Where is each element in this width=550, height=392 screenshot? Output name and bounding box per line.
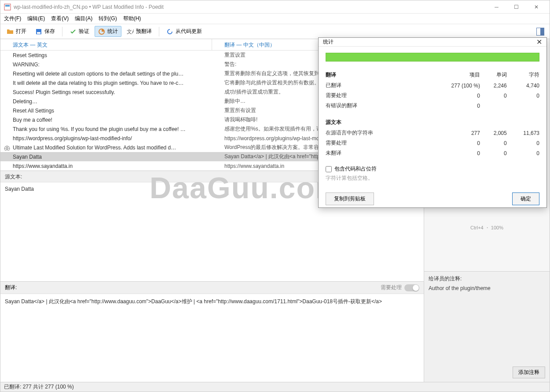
toolbar: 打开 保存 验证 统计 文A 预翻译 从代码更新	[0, 24, 550, 39]
menu-goto[interactable]: 转到(G)	[99, 15, 117, 22]
toolbar-separator	[62, 27, 62, 36]
menu-entry[interactable]: 编目(A)	[75, 15, 92, 22]
minimize-button[interactable]: ─	[487, 1, 506, 13]
source-header[interactable]: 源文本 — 英文	[0, 39, 212, 50]
stats-table: 翻译 项目 单词 字符 已翻译277 (100 %)2,2464,740 需要处…	[326, 69, 539, 158]
open-label: 打开	[16, 28, 26, 35]
menubar: 文件(F) 编辑(E) 查看(V) 编目(A) 转到(G) 帮助(H)	[0, 14, 550, 24]
menu-view[interactable]: 查看(V)	[51, 15, 69, 22]
maximize-button[interactable]: ☐	[506, 1, 526, 13]
include-code-label: 包含代码和占位符	[334, 165, 377, 173]
pretranslate-label: 预翻译	[136, 28, 152, 35]
translate-icon: 文A	[127, 28, 134, 35]
window-title: wp-last-modified-info-zh_CN.po • WP Last…	[14, 4, 164, 10]
save-label: 保存	[44, 28, 55, 35]
include-code-checkbox-row: 包含代码和占位符	[326, 165, 539, 173]
section-translation: 翻译	[326, 69, 422, 80]
update-from-code-button[interactable]: 从代码更新	[163, 26, 205, 37]
progress-bar	[326, 53, 539, 62]
stats-label: 统计	[107, 28, 118, 35]
zoom-hint: Ctrl+4 ・ 100%	[424, 215, 550, 235]
needs-work-toggle-wrap: 需要处理	[381, 284, 419, 291]
save-icon	[35, 28, 42, 35]
translation-textarea[interactable]: Sayan Datta</a> | 此汉化由<a href="http://ww…	[0, 294, 424, 382]
col-items: 项目	[422, 69, 480, 80]
sidebar-toggle-icon[interactable]	[536, 28, 544, 36]
menu-edit[interactable]: 编辑(E)	[27, 15, 45, 22]
menu-help[interactable]: 帮助(H)	[123, 15, 141, 22]
statistics-dialog: 统计 ✕ 翻译 项目 单词 字符 已翻译277 (100 %)2,2464,74…	[318, 37, 547, 208]
close-button[interactable]: ✕	[526, 1, 546, 13]
dialog-footer: 复制到剪贴板 确定	[319, 188, 546, 210]
verify-button[interactable]: 验证	[66, 26, 93, 37]
window-controls: ─ ☐ ✕	[487, 1, 546, 13]
refresh-code-icon	[166, 28, 173, 35]
translation-label-bar: 翻译: 需要处理	[0, 282, 424, 294]
needs-work-toggle[interactable]	[404, 284, 419, 291]
dialog-titlebar: 统计 ✕	[319, 38, 546, 47]
copy-clipboard-button[interactable]: 复制到剪贴板	[326, 192, 374, 205]
app-icon	[4, 4, 11, 11]
section-source: 源文本	[326, 117, 422, 128]
toolbar-separator	[159, 27, 159, 36]
fromcode-label: 从代码更新	[176, 28, 202, 35]
needs-work-label: 需要处理	[381, 284, 402, 291]
stats-button[interactable]: 统计	[95, 26, 121, 37]
col-chars: 字符	[507, 69, 539, 80]
col-words: 单词	[480, 69, 507, 80]
ok-button[interactable]: 确定	[512, 192, 539, 205]
dialog-close-icon[interactable]: ✕	[536, 38, 542, 46]
translation-label: 翻译:	[5, 284, 17, 291]
save-button[interactable]: 保存	[32, 26, 59, 37]
svg-text:文A: 文A	[127, 29, 134, 35]
piechart-icon	[98, 28, 105, 35]
globe-icon	[4, 145, 10, 151]
titlebar: wp-last-modified-info-zh_CN.po • WP Last…	[0, 0, 550, 14]
svg-rect-3	[37, 32, 40, 34]
dialog-title: 统计	[323, 38, 334, 46]
notes-text: Author of the plugin/theme	[429, 285, 545, 367]
verify-label: 验证	[79, 28, 89, 35]
dialog-body: 翻译 项目 单词 字符 已翻译277 (100 %)2,2464,740 需要处…	[319, 47, 546, 188]
include-code-checkbox[interactable]	[326, 166, 332, 172]
notes-label: 给译员的注释:	[429, 275, 545, 283]
char-count-hint: 字符计算包括空格。	[326, 174, 539, 182]
add-note-button[interactable]: 添加注释	[513, 367, 545, 378]
folder-open-icon	[7, 28, 14, 35]
pretranslate-button[interactable]: 文A 预翻译	[123, 26, 155, 37]
statusbar: 已翻译: 277 共计 277 (100 %)	[0, 382, 550, 392]
open-button[interactable]: 打开	[3, 26, 30, 37]
menu-file[interactable]: 文件(F)	[4, 15, 21, 22]
status-text: 已翻译: 277 共计 277 (100 %)	[4, 383, 74, 391]
check-icon	[70, 28, 77, 35]
svg-rect-1	[5, 5, 10, 7]
notes-panel: 给译员的注释: Author of the plugin/theme 添加注释	[424, 271, 550, 382]
translation-panel: 翻译: 需要处理 Sayan Datta</a> | 此汉化由<a href="…	[0, 281, 424, 382]
